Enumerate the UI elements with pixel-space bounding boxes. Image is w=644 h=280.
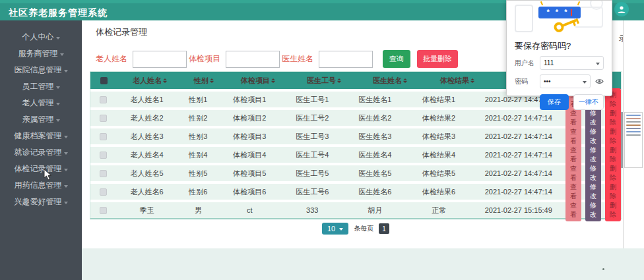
chevron-down-icon <box>56 86 60 89</box>
row-checkbox[interactable] <box>100 188 107 196</box>
sidebar-item-10[interactable]: 兴趣爱好管理 <box>0 194 82 210</box>
view-button[interactable]: 查看 <box>565 199 581 221</box>
filter-label-elder-name: 老人姓名 <box>96 53 127 65</box>
cell-gender: 性别6 <box>178 187 218 197</box>
eye-icon <box>595 77 604 86</box>
sidebar-item-1[interactable]: 服务商管理 <box>0 45 82 62</box>
row-checkbox[interactable] <box>100 207 107 214</box>
cell-register-time: 2021-02-27 14:47:14 <box>472 132 565 140</box>
sort-icon <box>271 78 275 83</box>
column-header-3[interactable]: 医生工号 <box>291 76 357 86</box>
sidebar-item-9[interactable]: 用药信息管理 <box>0 177 82 194</box>
sidebar-item-label: 医院信息管理 <box>15 65 62 76</box>
sidebar-item-3[interactable]: 员工管理 <box>0 78 82 95</box>
column-header-0[interactable]: 老人姓名 <box>117 76 183 86</box>
sidebar-item-7[interactable]: 就诊记录管理 <box>0 144 82 161</box>
chevron-down-icon <box>596 63 600 65</box>
cell-elder-name: 老人姓名4 <box>115 150 178 160</box>
delete-button[interactable]: 删除 <box>605 199 621 221</box>
cell-register-time: 2021-02-27 14:47:14 <box>472 151 565 159</box>
search-button[interactable]: 查询 <box>383 50 410 68</box>
cell-doctor-name: 医生姓名6 <box>344 187 406 197</box>
sidebar-item-6[interactable]: 健康档案管理 <box>0 128 82 144</box>
column-header-label: 体检项目 <box>241 76 270 86</box>
cell-doctor-id: 医生工号1 <box>281 95 344 105</box>
sidebar-item-5[interactable]: 亲属管理 <box>0 111 82 128</box>
cell-exam-item: 体检项目5 <box>218 169 281 179</box>
save-password-button[interactable]: 保存 <box>540 94 569 110</box>
cell-exam-result: 正常 <box>406 206 472 215</box>
username-dropdown[interactable]: 111 <box>540 56 604 70</box>
sidebar-item-label: 体检记录管理 <box>15 163 62 175</box>
mouse-cursor-icon <box>44 169 52 181</box>
sidebar-item-label: 个人中心 <box>22 32 54 43</box>
cell-elder-name: 老人姓名5 <box>115 169 178 179</box>
footer-dot <box>602 268 604 270</box>
spark-icon <box>577 1 580 5</box>
row-checkbox[interactable] <box>100 170 107 177</box>
column-header-4[interactable]: 医生姓名 <box>357 76 423 86</box>
exam-item-input[interactable] <box>226 51 280 68</box>
sidebar-item-label: 员工管理 <box>22 81 54 92</box>
spark-icon <box>540 1 543 5</box>
batch-delete-button[interactable]: 批量删除 <box>417 50 458 68</box>
chevron-down-icon <box>56 37 60 40</box>
sidebar-item-2[interactable]: 医院信息管理 <box>0 62 82 78</box>
row-checkbox[interactable] <box>100 115 107 122</box>
sidebar-item-label: 兴趣爱好管理 <box>15 196 62 208</box>
sidebar-item-label: 用药信息管理 <box>15 180 62 191</box>
edit-button[interactable]: 修改 <box>585 199 601 221</box>
cell-gender: 性别4 <box>178 150 218 160</box>
cell-register-time: 2021-02-27 15:15:49 <box>472 206 565 214</box>
password-row: 密码 ••• <box>515 74 604 88</box>
column-header-2[interactable]: 体检项目 <box>225 76 291 86</box>
column-header-label: 体检结果 <box>440 76 469 86</box>
cell-exam-item: 体检项目4 <box>218 150 281 160</box>
mini-text-line <box>626 131 641 132</box>
chevron-down-icon <box>64 202 68 204</box>
select-all-cell <box>90 77 117 84</box>
table-row-1: 老人姓名2 性别2 体检项目2 医生工号2 医生姓名2 体检结果2 2021-0… <box>90 110 621 126</box>
sort-icon <box>210 78 214 83</box>
row-checkbox[interactable] <box>100 133 107 140</box>
phone-illustration-icon <box>515 5 533 32</box>
sidebar-item-4[interactable]: 老人管理 <box>0 95 82 111</box>
sidebar-item-label: 亲属管理 <box>22 114 54 125</box>
app-title: 社区养老服务管理系统 <box>9 7 108 19</box>
password-dropdown[interactable]: ••• <box>540 74 591 88</box>
page-size-select[interactable]: 10 <box>322 223 348 235</box>
cell-doctor-name: 医生姓名2 <box>344 113 406 123</box>
cell-doctor-name: 医生姓名4 <box>344 150 406 160</box>
cell-exam-result: 体检结果4 <box>406 150 472 160</box>
cell-gender: 性别1 <box>178 95 218 105</box>
select-all-checkbox[interactable] <box>100 77 108 84</box>
chevron-down-icon <box>64 169 68 171</box>
never-save-button[interactable]: 一律不 <box>573 94 604 110</box>
cell-gender: 男 <box>178 206 218 215</box>
column-header-5[interactable]: 体检结果 <box>423 76 492 86</box>
show-password-button[interactable] <box>595 77 604 86</box>
password-illustration: * * * <box>507 1 612 35</box>
cell-elder-name: 老人姓名3 <box>115 132 178 142</box>
filter-label-exam-item: 体检项目 <box>189 53 220 65</box>
sort-icon <box>470 78 474 83</box>
masked-stars: * * * <box>547 9 569 16</box>
table-row-4: 老人姓名5 性别5 体检项目5 医生工号5 医生姓名5 体检结果5 2021-0… <box>90 165 621 181</box>
sidebar-item-0[interactable]: 个人中心 <box>0 29 82 45</box>
cell-exam-result: 体检结果3 <box>406 132 472 142</box>
current-page-badge[interactable]: 1 <box>379 223 389 234</box>
elder-name-input[interactable] <box>133 51 187 68</box>
mini-text-line <box>626 125 641 126</box>
doctor-name-input[interactable] <box>319 51 373 68</box>
row-checkbox[interactable] <box>100 152 107 159</box>
cell-elder-name: 老人姓名2 <box>115 113 178 123</box>
sidebar-item-8[interactable]: 体检记录管理 <box>0 161 82 177</box>
column-header-1[interactable]: 性别 <box>183 76 225 86</box>
chevron-down-icon <box>339 228 343 231</box>
mini-text-line <box>626 134 641 136</box>
cell-gender: 性别5 <box>178 169 218 179</box>
row-checkbox[interactable] <box>100 96 107 103</box>
sidebar-item-label: 就诊记录管理 <box>15 147 62 158</box>
user-avatar[interactable] <box>614 2 629 16</box>
scrollbar[interactable] <box>621 112 623 168</box>
